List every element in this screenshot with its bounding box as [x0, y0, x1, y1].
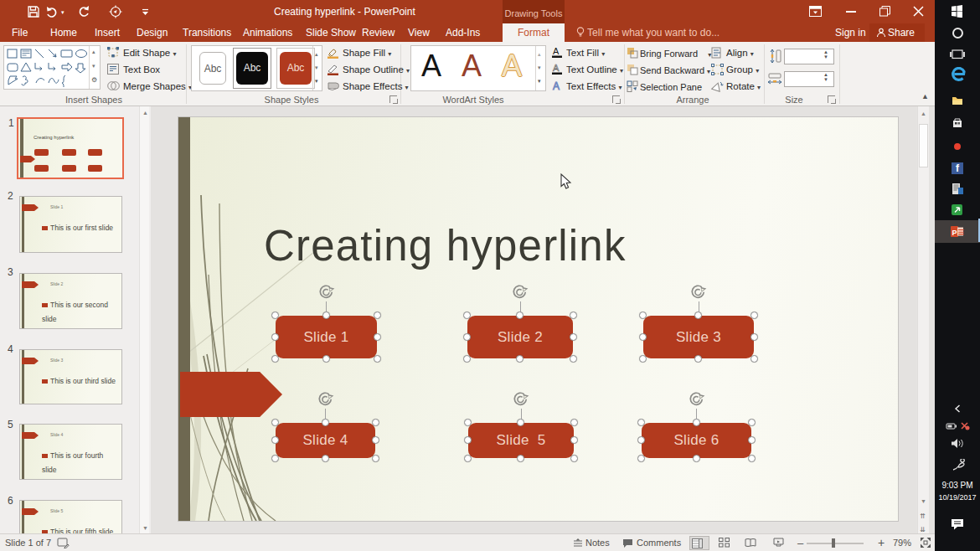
svg-text:A: A — [553, 63, 560, 73]
svg-text:P: P — [952, 229, 957, 237]
svg-text:A: A — [553, 80, 560, 92]
svg-text:☰: ☰ — [958, 229, 964, 236]
svg-text:A: A — [553, 46, 560, 56]
